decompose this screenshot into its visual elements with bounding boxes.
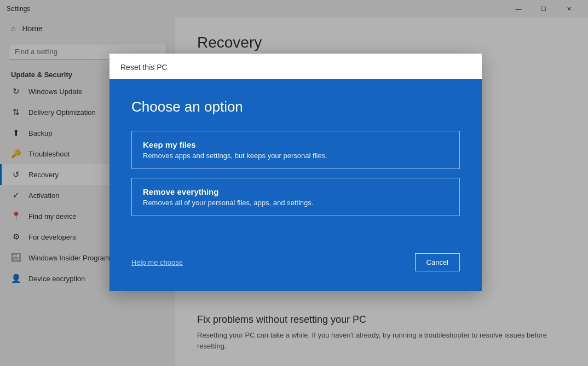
reset-pc-dialog: Reset this PC Choose an option Keep my f… bbox=[109, 54, 482, 291]
dialog-choose-title: Choose an option bbox=[131, 98, 460, 115]
dialog-header: Reset this PC bbox=[109, 54, 482, 79]
keep-files-title: Keep my files bbox=[143, 140, 448, 149]
dialog-body: Choose an option Keep my files Removes a… bbox=[109, 79, 482, 247]
help-me-choose-link[interactable]: Help me choose bbox=[131, 258, 183, 266]
remove-everything-title: Remove everything bbox=[143, 187, 448, 196]
dialog-footer: Help me choose Cancel bbox=[109, 247, 482, 291]
remove-everything-option[interactable]: Remove everything Removes all of your pe… bbox=[131, 178, 460, 216]
remove-everything-desc: Removes all of your personal files, apps… bbox=[143, 199, 448, 207]
keep-files-option[interactable]: Keep my files Removes apps and settings,… bbox=[131, 131, 460, 169]
dialog-header-title: Reset this PC bbox=[120, 63, 168, 72]
cancel-button[interactable]: Cancel bbox=[415, 253, 460, 271]
keep-files-desc: Removes apps and settings, but keeps you… bbox=[143, 152, 448, 160]
